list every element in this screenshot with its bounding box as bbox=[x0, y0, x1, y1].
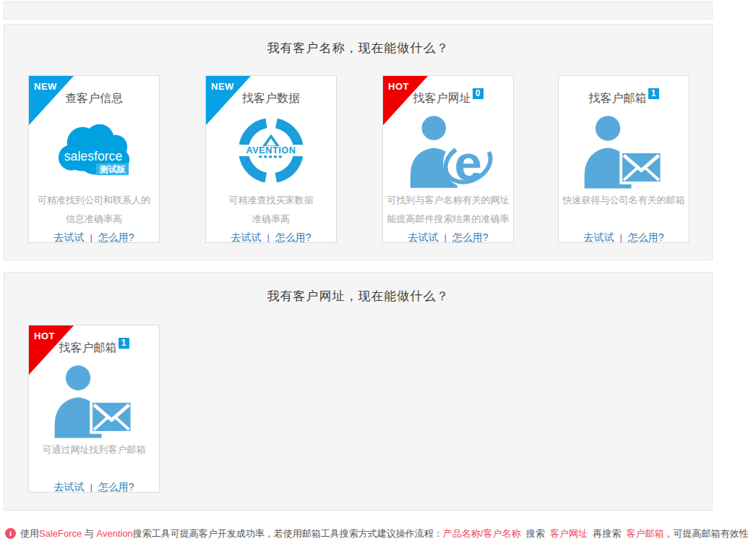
salesforce-trial-badge: 测试版 bbox=[99, 164, 126, 174]
footer-tip-text: 使用SaleForce 与 Avention搜索工具可提高客户开发成功率，若使用… bbox=[20, 527, 748, 540]
card-description: 可精准找到公司和联系人的 信息准确率高 bbox=[29, 191, 159, 229]
section-title: 我有客户网址，现在能做什么？ bbox=[4, 288, 712, 305]
count-badge: 0 bbox=[473, 88, 484, 99]
count-badge: 1 bbox=[119, 338, 129, 349]
try-it-link[interactable]: 去试试 bbox=[53, 231, 84, 243]
how-to-use-link[interactable]: 怎么用? bbox=[275, 231, 312, 243]
section-title: 我有客户名称，现在能做什么？ bbox=[4, 40, 712, 56]
link-separator: | bbox=[267, 232, 269, 243]
section-customer-name: 我有客户名称，现在能做什么？ NEW 查客户信息 salesforce 测试版 bbox=[4, 24, 713, 260]
how-to-use-link[interactable]: 怎么用? bbox=[98, 231, 134, 243]
try-it-link[interactable]: 去试试 bbox=[231, 231, 261, 243]
person-browser-icon: e bbox=[383, 110, 513, 191]
salesforce-logo: salesforce 测试版 bbox=[29, 110, 159, 191]
person-mail-icon bbox=[559, 110, 689, 191]
avention-wordmark: AVENTION bbox=[246, 145, 296, 156]
count-badge: 1 bbox=[648, 88, 659, 99]
card-description: 可通过网址找到客户邮箱 bbox=[29, 441, 159, 479]
link-separator: | bbox=[619, 232, 622, 243]
try-it-link[interactable]: 去试试 bbox=[53, 481, 84, 493]
card-find-customer-website: HOT 找客户网址0 e 可找到与客户名称有关的网址 能提高邮件搜索结果的准确率… bbox=[382, 75, 514, 243]
card-description: 可找到与客户名称有关的网址 能提高邮件搜索结果的准确率 bbox=[383, 191, 513, 229]
how-to-use-link[interactable]: 怎么用? bbox=[628, 231, 664, 243]
footer-tip: i 使用SaleForce 与 Avention搜索工具可提高客户开发成功率，若… bbox=[5, 527, 749, 540]
card-find-customer-email: 找客户邮箱1 快速获得与公司名有关的邮箱 去试试|怎么用? bbox=[558, 75, 690, 243]
card-find-customer-data: NEW 找客户数据 AVENTION 可精准查找买家数据 准确率高 去试试|怎么… bbox=[205, 75, 337, 243]
how-to-use-link[interactable]: 怎么用? bbox=[452, 231, 489, 243]
salesforce-wordmark: salesforce bbox=[64, 149, 123, 163]
card-title: 找客户邮箱1 bbox=[559, 91, 689, 106]
link-separator: | bbox=[90, 482, 92, 493]
card-check-customer-info: NEW 查客户信息 salesforce 测试版 可精准找到公司和联系人的 bbox=[28, 75, 160, 243]
section-customer-website: 我有客户网址，现在能做什么？ HOT 找客户邮箱1 可通过网址找到客户邮箱 去 bbox=[4, 272, 713, 511]
card-description: 快速获得与公司名有关的邮箱 bbox=[559, 191, 689, 229]
person-mail-icon bbox=[29, 359, 159, 441]
card-find-customer-email-by-url: HOT 找客户邮箱1 可通过网址找到客户邮箱 去试试|怎么用? bbox=[28, 325, 160, 493]
link-separator: | bbox=[90, 232, 92, 243]
try-it-link[interactable]: 去试试 bbox=[408, 231, 438, 243]
avention-logo: AVENTION bbox=[206, 110, 336, 191]
card-title: 找客户网址0 bbox=[383, 91, 513, 106]
card-title: 找客户数据 bbox=[206, 91, 336, 106]
card-title: 找客户邮箱1 bbox=[29, 341, 159, 355]
info-icon: i bbox=[5, 528, 16, 539]
card-title: 查客户信息 bbox=[29, 91, 159, 106]
card-description: 可精准查找买家数据 准确率高 bbox=[206, 191, 336, 229]
link-separator: | bbox=[444, 232, 446, 243]
try-it-link[interactable]: 去试试 bbox=[583, 231, 614, 243]
top-bar bbox=[4, 1, 713, 20]
how-to-use-link[interactable]: 怎么用? bbox=[98, 481, 134, 493]
